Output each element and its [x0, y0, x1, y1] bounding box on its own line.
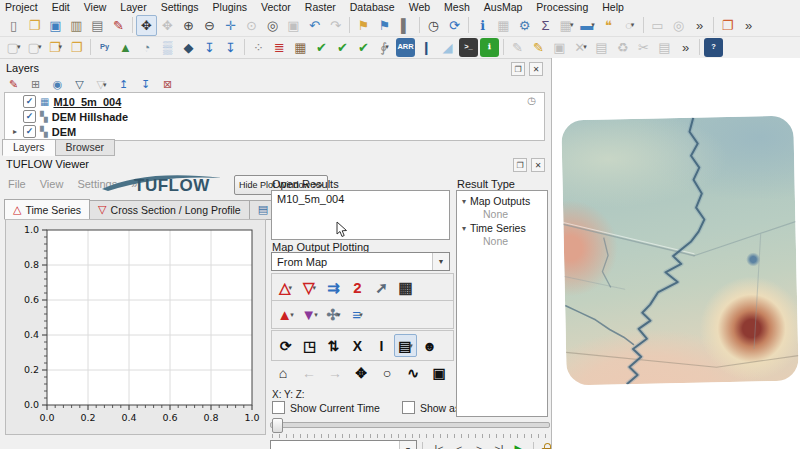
flip-secondary-axis-icon[interactable]: ⇅ — [322, 334, 345, 357]
open-results-list[interactable]: M10_5m_004 — [271, 190, 450, 240]
combo-dropdown-icon[interactable]: ▼ — [432, 253, 449, 270]
menu-edit[interactable]: Edit — [52, 1, 70, 13]
zoom-out-icon[interactable]: ⊖ — [199, 15, 220, 36]
new-bookmark-icon[interactable]: ⚑ — [353, 15, 374, 36]
menu-help[interactable]: Help — [602, 1, 624, 13]
tree-node-time-series[interactable]: ▾Time Series — [457, 221, 547, 235]
plot-pan-icon[interactable]: ✥ — [349, 362, 373, 384]
clear-plot-icon[interactable]: ◳ — [298, 334, 321, 357]
style-manager-icon[interactable]: ✎ — [108, 15, 129, 36]
menu-plugins[interactable]: Plugins — [213, 1, 247, 13]
menu-mesh[interactable]: Mesh — [444, 1, 470, 13]
menu-ausmap[interactable]: AusMap — [484, 1, 523, 13]
terminal-icon[interactable]: >_ — [459, 38, 478, 57]
map-output-combo[interactable]: From Map ▼ — [271, 252, 450, 271]
plot-configure-icon[interactable]: ∿ — [401, 362, 425, 384]
layer-name[interactable]: M10_5m_004 — [53, 96, 121, 108]
last-timestep-button[interactable]: >| — [490, 442, 508, 449]
temporal-controller-icon[interactable]: ◷ — [423, 15, 444, 36]
play-button[interactable]: ▶ — [510, 442, 528, 449]
import-check-icon[interactable]: ↧ — [220, 37, 241, 58]
save-project-icon[interactable]: ▣ — [45, 15, 66, 36]
timestep-combo[interactable]: ▼ — [270, 440, 417, 449]
processing-toolbox-icon[interactable]: ⚙ — [514, 15, 535, 36]
tree-node-map-outputs[interactable]: ▾Map Outputs — [457, 194, 547, 208]
menu-settings[interactable]: Settings — [161, 1, 199, 13]
select-by-location-icon[interactable]: ❐ — [66, 37, 87, 58]
shield-tool-icon[interactable]: ◆ — [178, 37, 199, 58]
measure-icon[interactable]: ▬▾ — [577, 15, 598, 36]
statistics-icon[interactable]: Σ — [535, 15, 556, 36]
new-layout-icon[interactable]: ▥ — [66, 15, 87, 36]
time-slider-handle[interactable] — [272, 418, 283, 433]
layout-manager-icon[interactable]: ▤ — [87, 15, 108, 36]
tab-time-series[interactable]: △Time Series — [4, 199, 90, 220]
checkbox-box[interactable] — [402, 401, 415, 414]
time-slider[interactable] — [270, 417, 550, 433]
layer-row[interactable]: ▸✓▚DEM — [5, 124, 544, 139]
identify-features-icon[interactable]: ℹ — [472, 15, 493, 36]
menu-database[interactable]: Database — [350, 1, 395, 13]
plot-zoom-icon[interactable]: ○ — [375, 362, 399, 384]
map-tips-icon[interactable]: ❝ — [598, 15, 619, 36]
open-result-item[interactable]: M10_5m_004 — [272, 191, 449, 205]
tcf-tool-icon[interactable]: ⁘ — [248, 37, 269, 58]
zoom-last-icon[interactable]: ↶ — [304, 15, 325, 36]
float-panel-icon[interactable]: ❐ — [513, 158, 527, 172]
plot-area[interactable]: 0.00.20.40.60.81.00.00.20.40.60.81.0 — [5, 219, 266, 435]
menu-layer[interactable]: Layer — [120, 1, 146, 13]
check-files-icon[interactable]: ✔ — [311, 37, 332, 58]
image-export-icon[interactable]: ▦ — [290, 37, 311, 58]
multi-section-icon[interactable]: ▼▾ — [298, 303, 321, 326]
duplicate-layer-icon[interactable]: ❐ — [717, 15, 738, 36]
close-panel-icon[interactable]: ✕ — [531, 158, 545, 172]
checkbox-box[interactable] — [272, 401, 285, 414]
mesh-grid-plot-icon[interactable]: ▦ — [394, 276, 417, 299]
help-button[interactable]: ? — [704, 38, 723, 57]
tuflow-menu-view[interactable]: View — [40, 178, 64, 190]
zoom-in-icon[interactable]: ⊕ — [178, 15, 199, 36]
legend-options-icon[interactable]: ▤▾ — [394, 334, 417, 357]
user-plot-data-icon[interactable]: ☻ — [418, 334, 441, 357]
mesh-layer-icon[interactable]: ▒ — [157, 37, 178, 58]
open-project-icon[interactable]: ❐ — [24, 15, 45, 36]
deselect-all-icon[interactable]: ❐▾ — [45, 37, 66, 58]
refresh-plot-icon[interactable]: ⟳ — [274, 334, 297, 357]
result-type-tree[interactable]: ▾Map OutputsNone▾Time SeriesNone — [456, 190, 548, 417]
combo-dropdown-icon[interactable]: ▼ — [399, 441, 416, 449]
checkbox-show-current-time[interactable]: Show Current Time — [272, 401, 380, 414]
layer-visibility-checkbox[interactable]: ✓ — [23, 110, 36, 123]
import-results-icon[interactable]: ↧ — [199, 37, 220, 58]
y-axis-limits-icon[interactable]: I — [370, 334, 393, 357]
tuflow-menu-file[interactable]: File — [8, 178, 26, 190]
menu-project[interactable]: Project — [5, 1, 38, 13]
tree-child[interactable]: None — [457, 208, 547, 221]
menu-view[interactable]: View — [84, 1, 107, 13]
close-panel-icon[interactable]: ✕ — [529, 62, 543, 76]
prev-timestep-button[interactable]: < — [450, 442, 468, 449]
plot-save-icon[interactable]: ▣ — [427, 362, 451, 384]
toolbar-overflow-icon[interactable]: » — [689, 15, 710, 36]
flow-trace-icon[interactable]: ✣▾ — [322, 303, 345, 326]
bookmark-manager-icon[interactable]: ▌ — [395, 15, 416, 36]
first-timestep-button[interactable]: |< — [430, 442, 448, 449]
show-bookmarks-icon[interactable]: ⚑ — [374, 15, 395, 36]
info-tool-icon[interactable]: ℹ — [480, 38, 499, 57]
layer-visibility-checkbox[interactable]: ✓ — [23, 95, 36, 108]
next-timestep-button[interactable]: > — [470, 442, 488, 449]
attachment-icon[interactable]: ∮▾ — [374, 37, 395, 58]
toggle-editing-icon[interactable]: ✎ — [528, 37, 549, 58]
arr-tool-icon[interactable]: ARR — [396, 38, 415, 57]
x-axis-limits-icon[interactable]: X — [346, 334, 369, 357]
tree-child[interactable]: None — [457, 235, 547, 248]
menu-processing[interactable]: Processing — [536, 1, 588, 13]
map-canvas[interactable] — [551, 58, 800, 449]
curtain-plot-icon[interactable]: ➚ — [370, 276, 393, 299]
cross-section-plot-icon[interactable]: ▽▾ — [298, 276, 321, 299]
refresh-map-icon[interactable]: ⟳ — [444, 15, 465, 36]
menu-web[interactable]: Web — [409, 1, 430, 13]
secondary-axis-icon[interactable]: 2 — [346, 276, 369, 299]
pan-map-icon[interactable]: ✥ — [136, 15, 157, 36]
zoom-full-icon[interactable]: ✛ — [220, 15, 241, 36]
layer-row[interactable]: ✓▦M10_5m_004◷ — [5, 94, 544, 109]
